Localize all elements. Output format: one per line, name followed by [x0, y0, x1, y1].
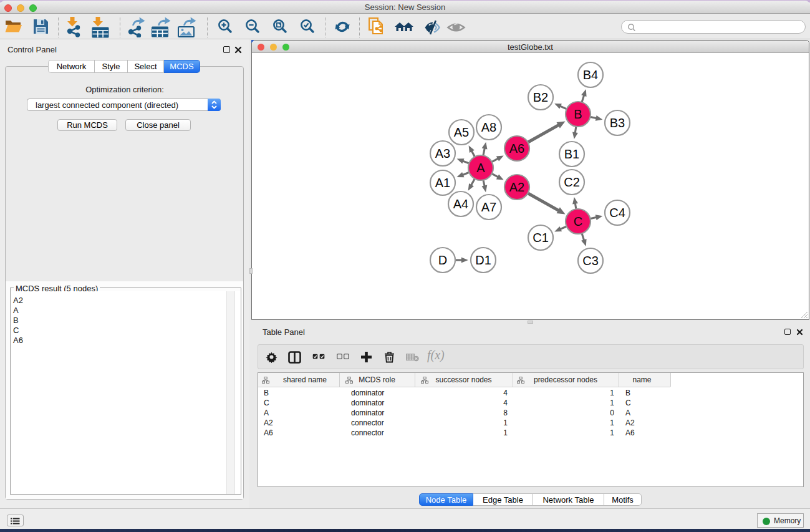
svg-text:B3: B3	[610, 116, 625, 130]
svg-text:A2: A2	[509, 180, 524, 194]
svg-text:A4: A4	[453, 197, 468, 211]
svg-text:C4: C4	[609, 206, 625, 220]
svg-text:A6: A6	[509, 142, 524, 155]
svg-text:A3: A3	[435, 147, 450, 160]
svg-text:A8: A8	[481, 120, 496, 134]
svg-text:D: D	[438, 253, 447, 267]
svg-text:D1: D1	[475, 253, 491, 267]
svg-text:A: A	[476, 161, 485, 175]
svg-text:C: C	[574, 215, 582, 228]
svg-text:A1: A1	[435, 176, 450, 190]
svg-text:C2: C2	[564, 175, 580, 189]
svg-text:A5: A5	[454, 125, 469, 139]
svg-text:C1: C1	[533, 231, 549, 244]
svg-text:B2: B2	[533, 90, 548, 104]
svg-text:B1: B1	[564, 147, 579, 161]
svg-text:C3: C3	[582, 254, 599, 268]
svg-text:B4: B4	[583, 68, 598, 82]
svg-text:B: B	[574, 107, 582, 121]
svg-text:A7: A7	[481, 200, 496, 214]
